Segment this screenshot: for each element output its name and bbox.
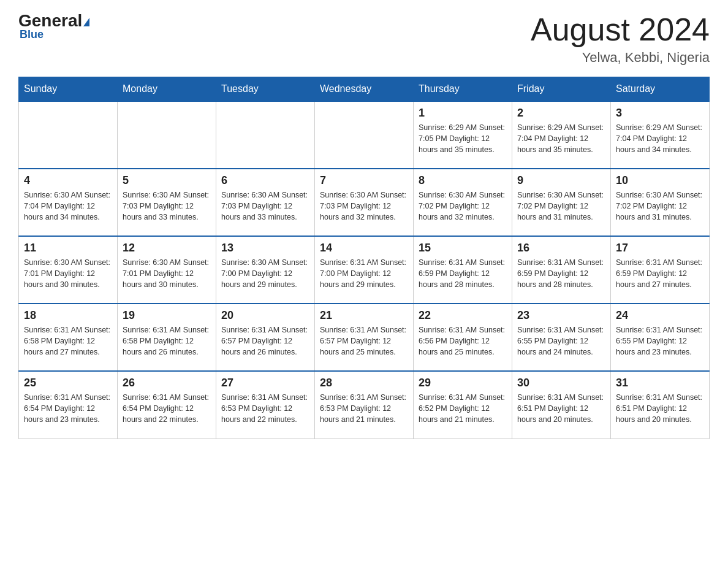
page-header: General Blue August 2024 Yelwa, Kebbi, N… [18,12,710,66]
calendar-header-row: Sunday Monday Tuesday Wednesday Thursday… [19,77,710,102]
day-info: Sunrise: 6:31 AM Sunset: 6:59 PM Dayligh… [616,257,704,290]
day-info: Sunrise: 6:31 AM Sunset: 6:53 PM Dayligh… [221,392,309,425]
table-row: 1Sunrise: 6:29 AM Sunset: 7:05 PM Daylig… [414,101,512,169]
day-number: 2 [517,107,605,120]
day-number: 7 [320,174,408,187]
table-row: 22Sunrise: 6:31 AM Sunset: 6:56 PM Dayli… [414,304,512,371]
day-number: 10 [616,174,704,187]
table-row: 28Sunrise: 6:31 AM Sunset: 6:53 PM Dayli… [315,371,414,439]
day-info: Sunrise: 6:30 AM Sunset: 7:02 PM Dayligh… [419,190,507,223]
day-info: Sunrise: 6:31 AM Sunset: 6:53 PM Dayligh… [320,392,408,425]
table-row: 23Sunrise: 6:31 AM Sunset: 6:55 PM Dayli… [512,304,611,371]
table-row: 6Sunrise: 6:30 AM Sunset: 7:03 PM Daylig… [216,169,315,236]
calendar-subtitle: Yelwa, Kebbi, Nigeria [531,50,710,66]
day-info: Sunrise: 6:31 AM Sunset: 6:52 PM Dayligh… [419,392,507,425]
day-number: 11 [24,242,112,255]
day-number: 5 [123,174,211,187]
day-number: 24 [616,309,704,322]
table-row: 16Sunrise: 6:31 AM Sunset: 6:59 PM Dayli… [512,236,611,304]
logo: General Blue [18,12,89,41]
table-row: 12Sunrise: 6:30 AM Sunset: 7:01 PM Dayli… [118,236,216,304]
day-number: 14 [320,242,408,255]
day-info: Sunrise: 6:30 AM Sunset: 7:01 PM Dayligh… [123,257,211,290]
day-info: Sunrise: 6:31 AM Sunset: 6:56 PM Dayligh… [419,324,507,358]
day-info: Sunrise: 6:30 AM Sunset: 7:02 PM Dayligh… [517,190,605,223]
table-row: 21Sunrise: 6:31 AM Sunset: 6:57 PM Dayli… [315,304,414,371]
table-row: 20Sunrise: 6:31 AM Sunset: 6:57 PM Dayli… [216,304,315,371]
header-monday: Monday [118,77,216,102]
day-number: 19 [123,309,211,322]
day-info: Sunrise: 6:31 AM Sunset: 6:59 PM Dayligh… [517,257,605,290]
day-number: 26 [123,377,211,389]
header-friday: Friday [512,77,611,102]
day-info: Sunrise: 6:31 AM Sunset: 7:00 PM Dayligh… [320,257,408,290]
table-row: 25Sunrise: 6:31 AM Sunset: 6:54 PM Dayli… [19,371,118,439]
day-info: Sunrise: 6:30 AM Sunset: 7:03 PM Dayligh… [320,190,408,223]
table-row [216,101,315,169]
day-info: Sunrise: 6:31 AM Sunset: 6:55 PM Dayligh… [517,324,605,358]
day-info: Sunrise: 6:31 AM Sunset: 6:51 PM Dayligh… [517,392,605,425]
day-info: Sunrise: 6:31 AM Sunset: 6:54 PM Dayligh… [24,392,112,425]
day-info: Sunrise: 6:30 AM Sunset: 7:04 PM Dayligh… [24,190,112,223]
day-number: 18 [24,309,112,322]
calendar-table: Sunday Monday Tuesday Wednesday Thursday… [18,77,710,439]
table-row: 8Sunrise: 6:30 AM Sunset: 7:02 PM Daylig… [414,169,512,236]
day-info: Sunrise: 6:31 AM Sunset: 6:58 PM Dayligh… [24,324,112,358]
day-info: Sunrise: 6:29 AM Sunset: 7:04 PM Dayligh… [517,122,605,155]
day-info: Sunrise: 6:30 AM Sunset: 7:03 PM Dayligh… [123,190,211,223]
day-number: 3 [616,107,704,120]
table-row: 11Sunrise: 6:30 AM Sunset: 7:01 PM Dayli… [19,236,118,304]
day-number: 16 [517,242,605,255]
day-number: 22 [419,309,507,322]
header-thursday: Thursday [414,77,512,102]
day-info: Sunrise: 6:29 AM Sunset: 7:05 PM Dayligh… [419,122,507,155]
day-info: Sunrise: 6:29 AM Sunset: 7:04 PM Dayligh… [616,122,704,155]
day-number: 29 [419,377,507,389]
table-row: 2Sunrise: 6:29 AM Sunset: 7:04 PM Daylig… [512,101,611,169]
header-saturday: Saturday [611,77,710,102]
day-number: 9 [517,174,605,187]
calendar-title: August 2024 [531,12,710,47]
header-wednesday: Wednesday [315,77,414,102]
table-row: 29Sunrise: 6:31 AM Sunset: 6:52 PM Dayli… [414,371,512,439]
header-tuesday: Tuesday [216,77,315,102]
table-row: 24Sunrise: 6:31 AM Sunset: 6:55 PM Dayli… [611,304,710,371]
table-row: 30Sunrise: 6:31 AM Sunset: 6:51 PM Dayli… [512,371,611,439]
table-row: 26Sunrise: 6:31 AM Sunset: 6:54 PM Dayli… [118,371,216,439]
table-row: 4Sunrise: 6:30 AM Sunset: 7:04 PM Daylig… [19,169,118,236]
day-info: Sunrise: 6:30 AM Sunset: 7:03 PM Dayligh… [221,190,309,223]
table-row: 17Sunrise: 6:31 AM Sunset: 6:59 PM Dayli… [611,236,710,304]
calendar-week-row: 11Sunrise: 6:30 AM Sunset: 7:01 PM Dayli… [19,236,710,304]
table-row: 3Sunrise: 6:29 AM Sunset: 7:04 PM Daylig… [611,101,710,169]
day-number: 27 [221,377,309,389]
day-number: 20 [221,309,309,322]
day-number: 21 [320,309,408,322]
day-number: 12 [123,242,211,255]
table-row: 15Sunrise: 6:31 AM Sunset: 6:59 PM Dayli… [414,236,512,304]
day-info: Sunrise: 6:30 AM Sunset: 7:01 PM Dayligh… [24,257,112,290]
day-info: Sunrise: 6:30 AM Sunset: 7:00 PM Dayligh… [221,257,309,290]
day-info: Sunrise: 6:31 AM Sunset: 6:54 PM Dayligh… [123,392,211,425]
table-row [118,101,216,169]
day-info: Sunrise: 6:31 AM Sunset: 6:57 PM Dayligh… [221,324,309,358]
day-number: 25 [24,377,112,389]
day-number: 23 [517,309,605,322]
day-info: Sunrise: 6:31 AM Sunset: 6:51 PM Dayligh… [616,392,704,425]
table-row: 14Sunrise: 6:31 AM Sunset: 7:00 PM Dayli… [315,236,414,304]
day-number: 8 [419,174,507,187]
table-row: 10Sunrise: 6:30 AM Sunset: 7:02 PM Dayli… [611,169,710,236]
day-number: 28 [320,377,408,389]
logo-general-text: General [18,12,89,29]
day-number: 30 [517,377,605,389]
day-info: Sunrise: 6:31 AM Sunset: 6:57 PM Dayligh… [320,324,408,358]
calendar-week-row: 18Sunrise: 6:31 AM Sunset: 6:58 PM Dayli… [19,304,710,371]
table-row: 7Sunrise: 6:30 AM Sunset: 7:03 PM Daylig… [315,169,414,236]
day-info: Sunrise: 6:31 AM Sunset: 6:55 PM Dayligh… [616,324,704,358]
day-number: 15 [419,242,507,255]
day-number: 13 [221,242,309,255]
day-number: 17 [616,242,704,255]
day-info: Sunrise: 6:30 AM Sunset: 7:02 PM Dayligh… [616,190,704,223]
day-number: 31 [616,377,704,389]
table-row: 19Sunrise: 6:31 AM Sunset: 6:58 PM Dayli… [118,304,216,371]
table-row: 31Sunrise: 6:31 AM Sunset: 6:51 PM Dayli… [611,371,710,439]
